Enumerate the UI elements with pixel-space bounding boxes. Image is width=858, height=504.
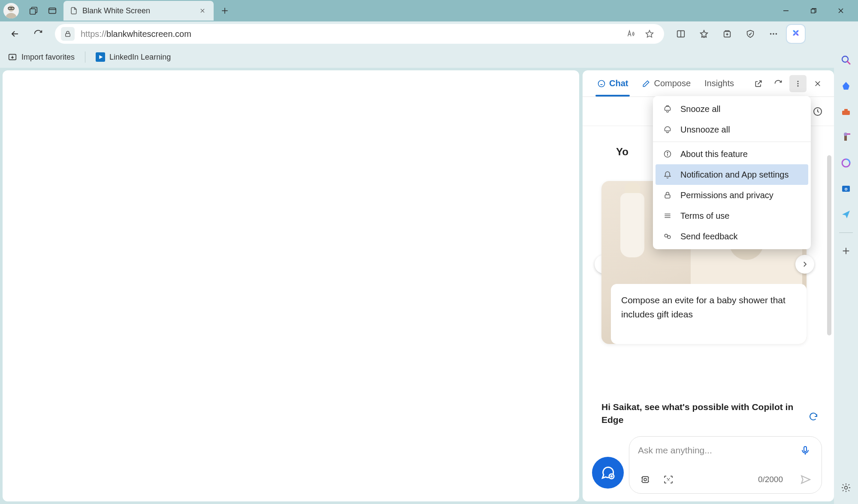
new-tab-button[interactable] bbox=[215, 1, 234, 20]
lock-icon bbox=[662, 190, 673, 200]
prompt-box: Ask me anything... 0/2000 bbox=[629, 436, 822, 494]
bell-icon bbox=[662, 169, 673, 180]
tab-close-button[interactable] bbox=[197, 6, 208, 16]
copilot-tab-compose[interactable]: Compose bbox=[635, 70, 698, 97]
profile-avatar[interactable] bbox=[3, 3, 19, 18]
menu-feedback[interactable]: Send feedback bbox=[653, 226, 811, 247]
copilot-panel: Chat Compose Insights Yo bbox=[583, 70, 834, 501]
svg-point-53 bbox=[668, 235, 671, 238]
back-button[interactable] bbox=[5, 24, 25, 44]
sidebar-tools-icon[interactable] bbox=[838, 104, 854, 119]
bookmarks-bar: Import favorites LinkedIn Learning bbox=[0, 46, 858, 68]
svg-point-65 bbox=[845, 486, 848, 489]
svg-rect-16 bbox=[66, 33, 70, 36]
site-info-lock-icon[interactable] bbox=[61, 27, 75, 41]
sidebar-settings-icon[interactable] bbox=[838, 480, 854, 495]
sidebar-divider bbox=[839, 232, 853, 233]
favorites-icon[interactable] bbox=[694, 24, 714, 44]
scrollbar-thumb[interactable] bbox=[827, 155, 831, 335]
feedback-icon bbox=[662, 231, 673, 241]
microphone-button[interactable] bbox=[798, 443, 813, 458]
menu-about[interactable]: About this feature bbox=[653, 144, 811, 164]
svg-point-59 bbox=[844, 133, 847, 136]
refresh-button[interactable] bbox=[28, 24, 48, 44]
page-icon bbox=[69, 6, 78, 15]
tab-compose-label: Compose bbox=[654, 78, 691, 88]
tab-chat-label: Chat bbox=[609, 78, 628, 88]
info-icon bbox=[662, 149, 673, 159]
browser-tab[interactable]: Blank White Screen bbox=[63, 1, 214, 21]
send-button[interactable] bbox=[798, 472, 813, 487]
import-favorites-label: Import favorites bbox=[21, 53, 75, 62]
sidebar-outlook-icon[interactable]: o bbox=[838, 181, 854, 196]
history-icon[interactable] bbox=[810, 104, 825, 119]
carousel-next-button[interactable] bbox=[795, 255, 814, 274]
svg-point-32 bbox=[798, 81, 799, 82]
menu-notification-settings[interactable]: Notification and App settings bbox=[656, 164, 808, 185]
read-aloud-icon[interactable] bbox=[622, 24, 639, 44]
compose-icon bbox=[642, 79, 650, 88]
minimize-button[interactable] bbox=[772, 1, 800, 20]
svg-line-55 bbox=[847, 61, 850, 64]
menu-snooze-all[interactable]: Snooze all bbox=[653, 99, 811, 119]
add-image-button[interactable] bbox=[638, 472, 653, 487]
copilot-close-button[interactable] bbox=[809, 75, 826, 92]
add-screenshot-button[interactable] bbox=[661, 472, 676, 487]
toolbar: https://blankwhitescreen.com bbox=[0, 21, 858, 46]
copilot-more-button[interactable] bbox=[789, 75, 807, 92]
partial-heading: Yo bbox=[616, 146, 628, 158]
menu-permissions[interactable]: Permissions and privacy bbox=[653, 185, 811, 205]
snooze-icon bbox=[662, 104, 673, 114]
favorite-star-icon[interactable] bbox=[641, 24, 658, 44]
address-bar[interactable]: https://blankwhitescreen.com bbox=[55, 24, 664, 44]
collections-icon[interactable] bbox=[717, 24, 737, 44]
sidebar-m365-icon[interactable] bbox=[838, 155, 854, 171]
prompt-input[interactable]: Ask me anything... bbox=[638, 445, 798, 456]
svg-rect-57 bbox=[844, 109, 848, 111]
sidebar-games-icon[interactable] bbox=[838, 130, 854, 145]
menu-terms[interactable]: Terms of use bbox=[653, 205, 811, 226]
svg-point-25 bbox=[770, 33, 772, 35]
svg-point-44 bbox=[644, 478, 647, 481]
bookmark-divider bbox=[85, 51, 85, 63]
window-controls bbox=[772, 1, 855, 20]
copilot-refresh-button[interactable] bbox=[770, 75, 787, 92]
menu-unsnooze-all[interactable]: Unsnooze all bbox=[653, 119, 811, 140]
open-in-new-button[interactable] bbox=[750, 75, 767, 92]
web-page-view[interactable] bbox=[3, 70, 579, 501]
sidebar-shopping-icon[interactable] bbox=[838, 78, 854, 94]
more-menu-button[interactable] bbox=[764, 24, 783, 44]
tab-title: Blank White Screen bbox=[82, 6, 193, 15]
svg-rect-43 bbox=[642, 477, 648, 483]
browser-essentials-icon[interactable] bbox=[740, 24, 760, 44]
svg-rect-48 bbox=[665, 195, 670, 198]
sidebar-search-icon[interactable] bbox=[838, 52, 854, 68]
linkedin-learning-bookmark[interactable]: LinkedIn Learning bbox=[96, 52, 171, 62]
svg-point-47 bbox=[667, 152, 668, 153]
svg-point-31 bbox=[598, 80, 605, 87]
sidebar-drop-icon[interactable] bbox=[838, 207, 854, 222]
refresh-suggestions-button[interactable] bbox=[806, 409, 821, 424]
content-area: Chat Compose Insights Yo bbox=[0, 68, 858, 504]
import-icon bbox=[8, 52, 17, 62]
edge-sidebar: o bbox=[834, 46, 858, 504]
svg-point-33 bbox=[798, 83, 799, 84]
copilot-tab-insights[interactable]: Insights bbox=[698, 70, 741, 97]
svg-rect-41 bbox=[804, 447, 807, 452]
suggestion-caption: Compose an evite for a baby shower that … bbox=[611, 284, 807, 344]
workspaces-icon[interactable] bbox=[24, 1, 43, 20]
tab-insights-label: Insights bbox=[704, 78, 734, 88]
tab-actions-icon[interactable] bbox=[43, 1, 62, 20]
maximize-button[interactable] bbox=[800, 1, 827, 20]
svg-rect-5 bbox=[30, 9, 36, 14]
svg-point-26 bbox=[773, 33, 774, 35]
import-favorites-button[interactable]: Import favorites bbox=[8, 52, 75, 62]
copilot-toggle-button[interactable] bbox=[787, 25, 805, 43]
split-screen-icon[interactable] bbox=[671, 24, 691, 44]
sidebar-add-button[interactable] bbox=[838, 243, 854, 259]
play-icon bbox=[96, 52, 105, 62]
new-topic-button[interactable] bbox=[592, 457, 624, 489]
svg-point-34 bbox=[798, 85, 799, 86]
close-window-button[interactable] bbox=[827, 1, 855, 20]
copilot-tab-chat[interactable]: Chat bbox=[590, 70, 635, 97]
